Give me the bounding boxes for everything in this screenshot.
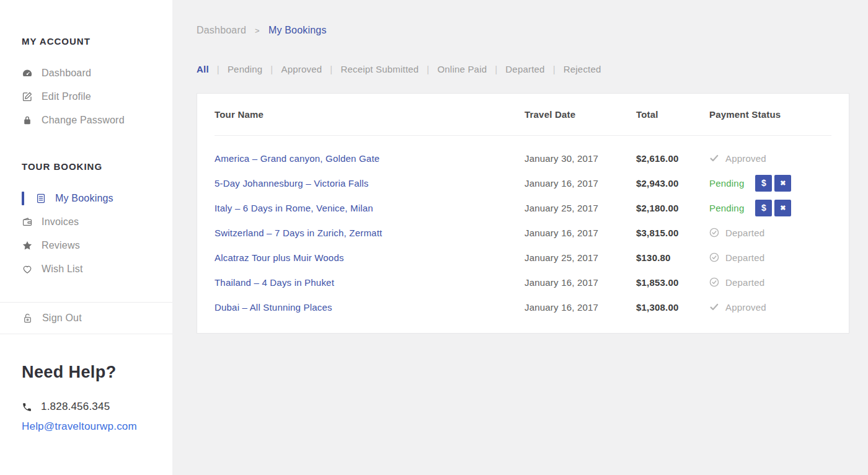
travel-date: January 16, 2017 <box>525 228 636 238</box>
wallet-icon <box>22 216 33 228</box>
tour-link[interactable]: Thailand – 4 Days in Phuket <box>215 277 334 288</box>
star-icon <box>22 240 33 251</box>
status-label-departed: Departed <box>725 252 764 263</box>
tour-booking-heading: TOUR BOOKING <box>22 161 172 172</box>
column-header-tour-name: Tour Name <box>215 109 525 120</box>
breadcrumb-dashboard[interactable]: Dashboard <box>197 25 246 36</box>
status-label-pending: Pending <box>709 203 744 213</box>
sidebar-item-label: Invoices <box>42 216 79 228</box>
pay-button[interactable]: $ <box>755 200 772 216</box>
filter-tab-all[interactable]: All <box>197 64 209 74</box>
tour-link[interactable]: Dubai – All Stunning Places <box>215 302 332 313</box>
sidebar-item-change-password[interactable]: Change Password <box>0 109 172 132</box>
sidebar-item-invoices[interactable]: Invoices <box>0 210 172 234</box>
dollar-icon: $ <box>761 178 766 188</box>
filter-tab-departed[interactable]: Departed <box>505 64 544 74</box>
tour-link[interactable]: Switzerland – 7 Days in Zurich, Zermatt <box>215 228 382 238</box>
sidebar-item-label: My Bookings <box>55 193 113 204</box>
table-body: America – Grand canyon, Golden GateJanua… <box>215 136 831 333</box>
pay-button[interactable]: $ <box>755 175 772 192</box>
sidebar-item-label: Change Password <box>42 115 125 126</box>
breadcrumb-current: My Bookings <box>268 25 327 36</box>
status-label-departed: Departed <box>725 228 764 238</box>
status-filter-tabs: All|Pending|Approved|Receipt Submitted|O… <box>197 64 868 74</box>
column-header-travel-date: Travel Date <box>525 109 636 120</box>
table-row: Italy – 6 Days in Rome, Venice, MilanJan… <box>215 195 831 220</box>
booking-nav: My BookingsInvoicesReviewsWish List <box>0 187 172 281</box>
tab-separator: | <box>217 64 219 74</box>
status-label-approved: Approved <box>725 302 766 313</box>
table-row: Dubai – All Stunning PlacesJanuary 16, 2… <box>215 295 831 319</box>
bookings-table-card: Tour Name Travel Date Total Payment Stat… <box>197 93 849 334</box>
help-phone-row: 1.828.456.345 <box>22 401 172 413</box>
travel-date: January 25, 2017 <box>525 203 636 213</box>
close-icon: ✖ <box>780 204 786 212</box>
tour-link[interactable]: 5-Day Johannesburg – Victoria Falls <box>215 178 369 189</box>
total-amount: $2,616.00 <box>636 153 709 164</box>
tab-separator: | <box>495 64 497 74</box>
sidebar: MY ACCOUNT DashboardEdit ProfileChange P… <box>0 0 172 475</box>
heart-icon <box>22 264 33 275</box>
check-icon <box>709 302 719 312</box>
table-header: Tour Name Travel Date Total Payment Stat… <box>215 94 831 136</box>
column-header-payment-status: Payment Status <box>709 109 831 120</box>
total-amount: $130.80 <box>636 252 709 263</box>
total-amount: $1,853.00 <box>636 277 709 288</box>
travel-date: January 16, 2017 <box>525 178 636 189</box>
table-row: Switzerland – 7 Days in Zurich, ZermattJ… <box>215 220 831 245</box>
table-row: America – Grand canyon, Golden GateJanua… <box>215 146 831 171</box>
status-label-pending: Pending <box>709 178 744 189</box>
circle-check-icon <box>709 277 719 287</box>
sidebar-item-edit-profile[interactable]: Edit Profile <box>0 85 172 109</box>
sidebar-item-label: Reviews <box>42 240 80 251</box>
breadcrumb-separator-icon: > <box>255 26 260 35</box>
tab-separator: | <box>427 64 429 74</box>
breadcrumb: Dashboard > My Bookings <box>197 25 868 36</box>
payment-status-cell: Departed <box>709 228 831 238</box>
tour-link[interactable]: Alcatraz Tour plus Muir Woods <box>215 252 344 263</box>
filter-tab-receipt-submitted[interactable]: Receipt Submitted <box>340 64 418 74</box>
help-email-link[interactable]: Help@traveltourwp.com <box>22 420 137 433</box>
filter-tab-online-paid[interactable]: Online Paid <box>437 64 487 74</box>
travel-date: January 30, 2017 <box>525 153 636 164</box>
need-help-section: Need Help? 1.828.456.345 Help@traveltour… <box>22 363 172 433</box>
table-row: Thailand – 4 Days in PhuketJanuary 16, 2… <box>215 270 831 295</box>
payment-status-cell: Pending$✖ <box>709 200 831 216</box>
filter-tab-rejected[interactable]: Rejected <box>564 64 601 74</box>
tab-separator: | <box>553 64 556 74</box>
tour-link[interactable]: Italy – 6 Days in Rome, Venice, Milan <box>215 203 373 213</box>
sidebar-item-reviews[interactable]: Reviews <box>0 234 172 257</box>
sidebar-item-dashboard[interactable]: Dashboard <box>0 61 172 85</box>
active-indicator <box>22 192 24 205</box>
sidebar-item-my-bookings[interactable]: My Bookings <box>0 187 172 210</box>
sign-out-button[interactable]: Sign Out <box>0 302 172 334</box>
sidebar-item-label: Edit Profile <box>42 91 91 102</box>
dollar-icon: $ <box>761 203 766 213</box>
payment-status-cell: Departed <box>709 277 831 288</box>
total-amount: $2,943.00 <box>636 178 709 189</box>
my-account-heading: MY ACCOUNT <box>22 36 172 47</box>
need-help-heading: Need Help? <box>22 363 172 382</box>
column-header-total: Total <box>636 109 709 120</box>
sidebar-item-label: Wish List <box>42 264 83 275</box>
cancel-button[interactable]: ✖ <box>774 200 791 216</box>
total-amount: $1,308.00 <box>636 302 709 313</box>
status-label-approved: Approved <box>725 153 766 164</box>
main-content: Dashboard > My Bookings All|Pending|Appr… <box>172 0 868 475</box>
status-label-departed: Departed <box>725 277 764 288</box>
cancel-button[interactable]: ✖ <box>774 175 791 192</box>
tour-link[interactable]: America – Grand canyon, Golden Gate <box>215 153 379 164</box>
tab-separator: | <box>270 64 273 74</box>
payment-status-cell: Approved <box>709 302 831 313</box>
circle-check-icon <box>709 252 719 262</box>
table-row: 5-Day Johannesburg – Victoria FallsJanua… <box>215 171 831 195</box>
circle-check-icon <box>709 228 719 238</box>
sidebar-item-label: Dashboard <box>42 68 91 79</box>
bookings-icon <box>35 193 46 204</box>
travel-date: January 16, 2017 <box>525 277 636 288</box>
filter-tab-approved[interactable]: Approved <box>281 64 322 74</box>
filter-tab-pending[interactable]: Pending <box>228 64 262 74</box>
lock-icon <box>22 115 33 126</box>
sidebar-item-wish-list[interactable]: Wish List <box>0 257 172 281</box>
unlock-icon <box>22 313 33 324</box>
